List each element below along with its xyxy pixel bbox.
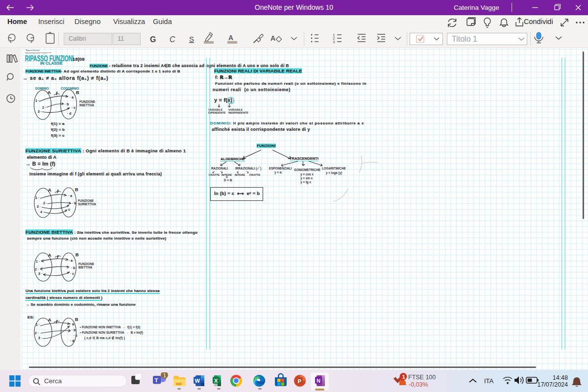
svg-text:C: C bbox=[170, 35, 175, 44]
svg-text:ITA: ITA bbox=[484, 377, 494, 385]
svg-text:S: S bbox=[189, 35, 194, 43]
svg-text:· b: · b bbox=[72, 201, 76, 205]
svg-text:· a: · a bbox=[70, 322, 74, 326]
svg-text:1 ·: 1 · bbox=[35, 99, 39, 102]
svg-text:T: T bbox=[155, 377, 158, 383]
svg-text:2 ·: 2 · bbox=[35, 268, 39, 271]
svg-text:1 ·: 1 · bbox=[36, 260, 40, 263]
svg-text:P: P bbox=[298, 378, 301, 384]
svg-text:· a: · a bbox=[69, 259, 73, 262]
svg-text:1: 1 bbox=[163, 372, 166, 378]
svg-text:· d: · d bbox=[67, 112, 72, 115]
svg-text:· a: · a bbox=[70, 96, 74, 99]
svg-text:· b: · b bbox=[65, 102, 69, 106]
svg-text:· c: · c bbox=[66, 208, 70, 211]
svg-text:· d: · d bbox=[70, 339, 74, 343]
svg-text:2 ·: 2 · bbox=[35, 331, 39, 335]
svg-text:1 ·: 1 · bbox=[36, 323, 40, 326]
svg-text:3 ·: 3 · bbox=[38, 272, 42, 275]
svg-text:· c: · c bbox=[74, 334, 77, 337]
svg-text:2 ·: 2 · bbox=[42, 106, 46, 109]
svg-text:3 ·: 3 · bbox=[37, 205, 41, 208]
svg-text:· c: · c bbox=[70, 272, 74, 275]
svg-text:· c: · c bbox=[72, 106, 75, 109]
svg-text:3: 3 bbox=[333, 40, 335, 44]
svg-text:A: A bbox=[270, 34, 275, 42]
svg-text:3 ·: 3 · bbox=[38, 110, 42, 113]
svg-text:N: N bbox=[317, 378, 320, 384]
svg-text:W: W bbox=[195, 378, 200, 384]
svg-text:· a: · a bbox=[68, 194, 72, 197]
svg-text:X: X bbox=[214, 378, 218, 384]
svg-text:1: 1 bbox=[402, 374, 405, 380]
svg-text:2 ·: 2 · bbox=[43, 201, 47, 205]
svg-text:3 ·: 3 · bbox=[38, 336, 42, 340]
svg-text:· b: · b bbox=[71, 266, 75, 270]
svg-text:· b: · b bbox=[72, 328, 76, 332]
svg-text:4 ·: 4 · bbox=[40, 210, 44, 214]
svg-text:G: G bbox=[150, 35, 156, 44]
svg-text:1 ·: 1 · bbox=[35, 196, 39, 199]
svg-text:A: A bbox=[228, 34, 233, 42]
